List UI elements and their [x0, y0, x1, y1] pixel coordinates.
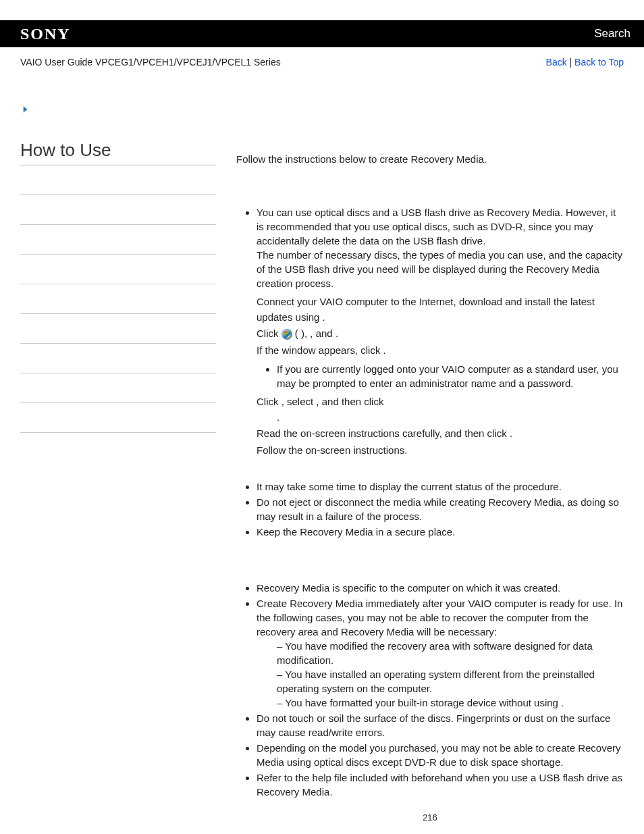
- list-item: You have installed an operating system d…: [277, 667, 624, 696]
- text: Connect your VAIO computer to the Intern…: [257, 296, 595, 323]
- sidebar-item[interactable]: [20, 225, 216, 255]
- sidebar-item[interactable]: [20, 255, 216, 284]
- text: ( ),: [292, 328, 311, 339]
- text: window appears, click: [282, 344, 383, 356]
- sidebar-item[interactable]: [20, 344, 216, 373]
- windows-start-icon: [281, 329, 292, 340]
- top-bar: SONY Search: [0, 20, 644, 47]
- guide-title: VAIO User Guide VPCEG1/VPCEH1/VPCEJ1/VPC…: [20, 57, 281, 68]
- text: .: [383, 344, 386, 356]
- chevron-right-icon[interactable]: [20, 105, 624, 116]
- list-item: You have modified the recovery area with…: [277, 639, 624, 667]
- list-item: You have formatted your built-in storage…: [277, 696, 624, 710]
- step-6: Follow the on-screen instructions.: [257, 443, 624, 459]
- text: .: [323, 311, 325, 323]
- text: If the: [257, 344, 282, 356]
- text: Refer to the help file included with: [257, 772, 411, 783]
- separator: |: [567, 57, 574, 68]
- list-item: Keep the Recovery Media in a secure plac…: [257, 525, 624, 539]
- tip-list-1: You can use optical discs and a USB flas…: [236, 205, 624, 290]
- list-item: Create Recovery Media immediately after …: [257, 596, 624, 710]
- main-content: Follow the instructions below to create …: [236, 140, 624, 834]
- steps: Connect your VAIO computer to the Intern…: [236, 294, 624, 458]
- text: The number of necessary discs, the types…: [257, 249, 622, 289]
- text: Read the on-screen instructions carefull…: [257, 427, 510, 439]
- list-item: Refer to the help file included with bef…: [257, 771, 624, 799]
- back-link[interactable]: Back: [546, 57, 567, 68]
- step-2: Click ( ), , and .: [257, 326, 624, 342]
- sidebar-item[interactable]: [20, 314, 216, 344]
- intro-text: Follow the instructions below to create …: [236, 153, 624, 165]
- list-item: It may take some time to display the cur…: [257, 479, 624, 494]
- nav-links: Back | Back to Top: [546, 57, 624, 68]
- sidebar-item[interactable]: [20, 165, 216, 195]
- step-4: Click , select , and then click .: [257, 394, 624, 425]
- list-item: Do not touch or soil the surface of the …: [257, 711, 624, 739]
- step-3: If the window appears, click .: [257, 343, 624, 359]
- sub-header: VAIO User Guide VPCEG1/VPCEH1/VPCEJ1/VPC…: [0, 47, 644, 68]
- substep-list: If you are currently logged onto your VA…: [263, 362, 624, 390]
- sony-logo: SONY: [20, 25, 71, 43]
- text: , and: [310, 328, 336, 339]
- text: You can use optical discs and a USB flas…: [257, 207, 616, 246]
- step-1: Connect your VAIO computer to the Intern…: [257, 294, 624, 325]
- sidebar-item[interactable]: [20, 373, 216, 403]
- text: Click: [257, 328, 281, 339]
- text: Click: [257, 396, 281, 407]
- back-to-top-link[interactable]: Back to Top: [574, 57, 624, 68]
- search-link[interactable]: Search: [594, 27, 630, 41]
- step-5: Read the on-screen instructions carefull…: [257, 426, 624, 442]
- list-item: If you are currently logged onto your VA…: [277, 362, 624, 390]
- sidebar: How to Use: [20, 140, 216, 834]
- sidebar-item[interactable]: [20, 284, 216, 314]
- list-item: Depending on the model you purchased, yo…: [257, 741, 624, 769]
- sidebar-heading: How to Use: [20, 140, 216, 165]
- text: You have formatted your built-in storage…: [285, 697, 561, 708]
- text: .: [336, 328, 338, 339]
- text: .: [561, 697, 564, 708]
- sidebar-item[interactable]: [20, 195, 216, 225]
- list-item: Do not eject or disconnect the media whi…: [257, 495, 624, 523]
- notes-list-3: Recovery Media is specific to the comput…: [236, 581, 624, 799]
- page-number: 216: [236, 812, 624, 834]
- text: , and then click: [316, 396, 383, 407]
- notes-list-2: It may take some time to display the cur…: [236, 479, 624, 539]
- list-item: You can use optical discs and a USB flas…: [257, 205, 624, 290]
- sidebar-item[interactable]: [20, 403, 216, 433]
- text: , select: [281, 396, 317, 407]
- dash-list: You have modified the recovery area with…: [257, 639, 624, 710]
- text: .: [257, 411, 279, 423]
- text: Create Recovery Media immediately after …: [257, 598, 622, 637]
- text: .: [510, 427, 512, 439]
- list-item: Recovery Media is specific to the comput…: [257, 581, 624, 595]
